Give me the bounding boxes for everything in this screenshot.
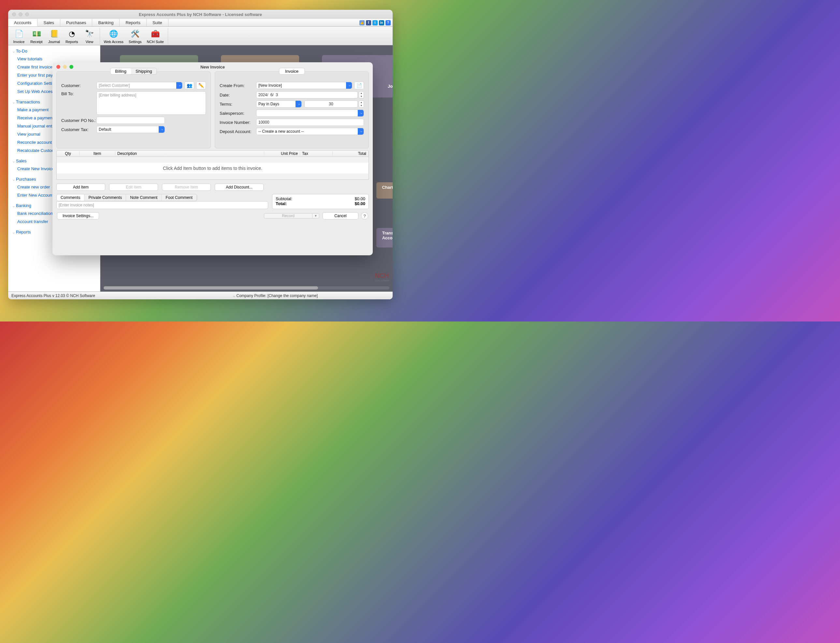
invoice-icon: 📄: [14, 29, 24, 39]
date-input[interactable]: [256, 91, 358, 98]
col-item[interactable]: Item: [80, 151, 116, 156]
tax-select[interactable]: Default: [96, 126, 165, 133]
dialog-help-icon[interactable]: ?: [361, 212, 368, 219]
col-tax[interactable]: Tax: [300, 151, 333, 156]
menu-sales[interactable]: Sales: [37, 19, 60, 26]
terms-stepper[interactable]: ▲▼: [359, 100, 364, 108]
status-profile[interactable]: Company Profile: [Change the company nam…: [236, 294, 318, 298]
totals-panel: Subtotal:$0.00 Total:$0.00: [272, 194, 369, 209]
receipt-icon: 💵: [31, 29, 42, 39]
statusbar: Express Accounts Plus v 12.03 © NCH Soft…: [8, 292, 392, 299]
tb-settings-label: Settings: [129, 40, 142, 44]
cancel-button[interactable]: Cancel: [322, 212, 358, 219]
po-label: Customer PO No.:: [61, 118, 96, 123]
edit-customer-icon[interactable]: ✏️: [196, 82, 206, 89]
tab-comments[interactable]: Comments: [57, 194, 85, 201]
tb-view[interactable]: 🔭View: [81, 28, 98, 44]
record-dropdown[interactable]: ▼: [312, 213, 319, 219]
customer-select[interactable]: [Select Customer]: [96, 82, 182, 89]
status-version: Express Accounts Plus v 12.03 © NCH Soft…: [11, 294, 95, 298]
tab-invoice[interactable]: Invoice: [279, 68, 304, 75]
tb-suite[interactable]: 🧰NCH Suite: [144, 28, 166, 44]
edit-item-button: Edit Item: [109, 184, 158, 191]
social-icons: 👍 f t in ?: [360, 19, 392, 26]
thumbsup-icon[interactable]: 👍: [360, 20, 365, 25]
side-link-tutorials[interactable]: View tutorials: [8, 55, 100, 63]
grid-body[interactable]: Click Add Item button to add items to th…: [56, 157, 369, 180]
window-title: Express Accounts Plus by NCH Software - …: [8, 12, 392, 17]
facebook-icon[interactable]: f: [366, 20, 371, 25]
invoice-settings-button[interactable]: Invoice Settings...: [57, 212, 99, 219]
deposit-label: Deposit Account:: [220, 129, 256, 134]
remove-item-button: Remove Item: [162, 184, 211, 191]
billing-shipping-tabs[interactable]: Billing Shipping: [110, 68, 157, 75]
chevron-down-icon[interactable]: ⌵: [233, 294, 235, 298]
settings-icon: 🛠️: [130, 29, 140, 39]
col-desc[interactable]: Description: [116, 151, 264, 156]
col-total[interactable]: Total: [333, 151, 368, 156]
salesperson-select[interactable]: [256, 109, 364, 117]
card-journal[interactable]: Journal: [376, 81, 392, 98]
total-value: $0.00: [355, 201, 365, 206]
terms-label: Terms:: [220, 102, 256, 107]
tb-receipt-label: Receipt: [30, 40, 42, 44]
menu-purchases[interactable]: Purchases: [60, 19, 92, 26]
date-stepper[interactable]: ▲▼: [359, 91, 364, 98]
grid-empty-text: Click Add Item button to add items to th…: [163, 166, 262, 171]
tb-receipt[interactable]: 💵Receipt: [28, 28, 45, 44]
tb-invoice[interactable]: 📄Invoice: [10, 28, 28, 44]
card-chart[interactable]: Chart Of A: [376, 182, 392, 199]
card-transfer[interactable]: Transfer B Accounts: [376, 228, 392, 248]
menu-banking[interactable]: Banking: [92, 19, 120, 26]
tb-reports-label: Reports: [65, 40, 78, 44]
view-icon: 🔭: [85, 29, 95, 39]
add-discount-button[interactable]: Add Discount...: [215, 184, 264, 191]
menu-reports[interactable]: Reports: [120, 19, 147, 26]
createfrom-select[interactable]: [New Invoice]: [256, 82, 352, 89]
tab-private-comments[interactable]: Private Comments: [85, 194, 126, 201]
grid-header[interactable]: Qty Item Description Unit Price Tax Tota…: [56, 150, 369, 157]
template-icon[interactable]: 📄: [354, 82, 364, 89]
reports-icon: ◔: [67, 29, 77, 39]
tb-journal[interactable]: 📒Journal: [45, 28, 63, 44]
linkedin-icon[interactable]: in: [379, 20, 384, 25]
tb-invoice-label: Invoice: [13, 40, 25, 44]
card-journal-label: Journal: [388, 84, 392, 89]
col-unit[interactable]: Unit Price: [264, 151, 300, 156]
dialog-footer: Invoice Settings... Record ▼ Cancel ?: [56, 211, 369, 219]
invno-label: Invoice Number:: [220, 120, 256, 125]
tb-settings[interactable]: 🛠️Settings: [126, 28, 144, 44]
terms-select[interactable]: Pay in Days: [256, 100, 302, 108]
deposit-select[interactable]: -- Create a new account --: [256, 128, 364, 135]
side-todo-header[interactable]: To-Do: [8, 47, 100, 55]
subtotal-value: $0.00: [355, 196, 365, 201]
comment-tabs[interactable]: Comments Private Comments Note Comment F…: [56, 194, 197, 201]
hscroll-thumb[interactable]: [104, 286, 318, 290]
tb-web-label: Web Access: [104, 40, 124, 44]
tab-billing[interactable]: Billing: [111, 68, 131, 74]
tb-reports[interactable]: ◔Reports: [63, 28, 81, 44]
billing-panel: Billing Shipping Customer: [Select Custo…: [56, 72, 211, 149]
col-qty[interactable]: Qty: [57, 151, 80, 156]
main-titlebar: Express Accounts Plus by NCH Software - …: [8, 10, 392, 19]
help-icon[interactable]: ?: [386, 20, 391, 25]
invoice-panel: Invoice Create From: [New Invoice] 📄 Dat…: [215, 72, 369, 149]
hscrollbar[interactable]: [104, 286, 389, 290]
add-item-button[interactable]: Add Item: [56, 184, 105, 191]
billto-placeholder: [Enter billing address]: [99, 93, 136, 98]
tab-shipping[interactable]: Shipping: [131, 68, 157, 74]
po-input[interactable]: [96, 117, 165, 124]
tab-note-comment[interactable]: Note Comment: [126, 194, 162, 201]
tab-foot-comment[interactable]: Foot Comment: [162, 194, 197, 201]
terms-days-input[interactable]: [304, 100, 358, 108]
tb-web[interactable]: 🌐Web Access: [101, 28, 126, 44]
tax-label: Customer Tax:: [61, 127, 96, 132]
billto-textarea[interactable]: [Enter billing address]: [96, 91, 206, 115]
menu-suite[interactable]: Suite: [147, 19, 168, 26]
menu-accounts[interactable]: Accounts: [8, 19, 37, 26]
twitter-icon[interactable]: t: [373, 20, 378, 25]
card-chart-label: Chart Of A: [382, 185, 392, 190]
notes-textarea[interactable]: [Enter invoice notes]: [56, 201, 268, 209]
customers-icon[interactable]: 👥: [184, 82, 194, 89]
invno-input[interactable]: [256, 119, 364, 126]
